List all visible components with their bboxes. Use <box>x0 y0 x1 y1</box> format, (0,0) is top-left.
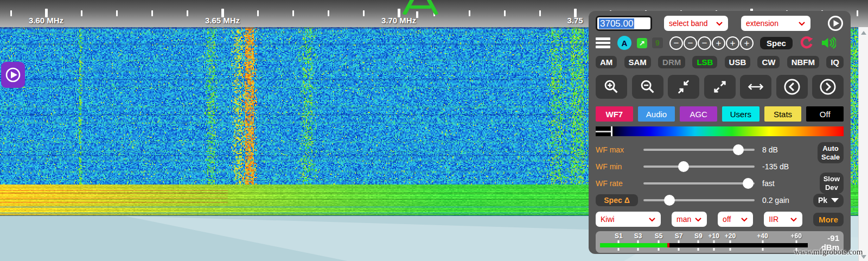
wf-min-slider[interactable] <box>643 165 755 168</box>
mode-nbfm[interactable]: NBFM <box>787 56 819 68</box>
external-link-icon[interactable]: ↗ <box>637 38 647 48</box>
slider-thumb[interactable] <box>733 144 744 155</box>
tab-users[interactable]: Users <box>722 106 760 122</box>
zoom-converge-button[interactable] <box>668 75 699 99</box>
auto-scale-button[interactable]: Auto Scale <box>818 142 844 163</box>
menu-icon[interactable] <box>596 37 610 48</box>
frequency-input[interactable]: 3705.00 <box>596 16 652 31</box>
autoscale-a-button[interactable]: A <box>617 36 631 50</box>
peak-button[interactable]: Pk <box>813 194 844 207</box>
page-scrollbar[interactable] <box>858 27 868 261</box>
watermark: www.mfgrobots.com <box>794 247 863 257</box>
spec-delta-button[interactable]: Spec Δ <box>596 194 638 206</box>
spec-button[interactable]: Spec <box>760 37 793 49</box>
wf-max-label: WF max <box>596 145 643 154</box>
slow-dev-button[interactable]: Slow Dev <box>820 173 844 194</box>
chevron-down-icon <box>741 217 748 222</box>
waterfall-colormap[interactable] <box>596 126 844 136</box>
speaker-icon[interactable] <box>821 36 836 49</box>
chevron-down-icon <box>716 21 723 26</box>
refresh-icon[interactable] <box>800 36 814 50</box>
band-select[interactable]: select band <box>664 16 728 31</box>
mode-lsb[interactable]: LSB <box>692 56 717 68</box>
tab-wf[interactable]: WF7 <box>596 106 633 122</box>
zoom-toolbar <box>596 75 844 99</box>
option-selects: Kiwi man off IIR More <box>596 212 844 227</box>
extension-play-button[interactable] <box>827 15 844 31</box>
page-left-button[interactable] <box>776 75 808 99</box>
filter-select[interactable]: IIR <box>764 212 802 227</box>
wf-min-label: WF min <box>596 162 643 171</box>
colormap-level-line <box>596 131 611 132</box>
colormap-marker[interactable] <box>611 126 612 136</box>
zoom-in-button[interactable]: + <box>740 36 754 50</box>
chevron-down-icon <box>831 198 839 202</box>
tab-audio[interactable]: Audio <box>638 106 675 122</box>
wf-rate-slider[interactable] <box>643 182 755 184</box>
scroll-up-icon[interactable] <box>861 31 866 35</box>
s-meter-scale: S1S3S5S7S9+10+20+40+60 <box>600 232 811 252</box>
waterfall-sliders: WF max 8 dB WF min -135 dB WF rate fast … <box>596 141 844 208</box>
mode-am[interactable]: AM <box>596 56 617 68</box>
zoom-in-button[interactable]: + <box>712 36 725 50</box>
mode-iq[interactable]: IQ <box>826 56 844 68</box>
frequency-value: 3705.00 <box>599 18 634 29</box>
chevron-down-icon <box>798 21 806 26</box>
noise-blanker-select[interactable]: off <box>718 212 753 227</box>
passband-width-button[interactable] <box>740 75 771 99</box>
tab-agc[interactable]: AGC <box>680 106 717 122</box>
slider-thumb[interactable] <box>743 178 754 189</box>
mode-drm[interactable]: DRM <box>658 56 685 68</box>
play-icon <box>4 66 22 84</box>
colormap-select[interactable]: Kiwi <box>596 212 661 227</box>
wf-max-value: 8 dB <box>762 145 778 154</box>
spec-gain-value: 0.2 gain <box>762 196 789 205</box>
wf-max-slider[interactable] <box>643 149 755 151</box>
mode-cw[interactable]: CW <box>757 56 780 68</box>
panel-tabs: WF7 Audio AGC Users Stats Off <box>596 106 844 122</box>
play-icon <box>827 15 844 31</box>
spec-gain-slider[interactable] <box>643 199 755 201</box>
waterfall-play-button[interactable] <box>1 62 25 88</box>
passband-marker-icon[interactable] <box>401 0 439 15</box>
zoom-level-badge: 9 <box>652 37 663 48</box>
zoom-out-button[interactable]: − <box>669 36 683 50</box>
tab-off[interactable]: Off <box>806 106 844 122</box>
wf-rate-value: fast <box>762 179 775 188</box>
mode-buttons: AM SAM DRM LSB USB CW NBFM IQ <box>596 54 844 69</box>
s-meter-bar <box>600 243 808 247</box>
chevron-down-icon <box>694 217 702 222</box>
wf-min-value: -135 dB <box>762 162 789 171</box>
zoom-step-buttons: − − − + + + <box>669 36 754 50</box>
mode-usb[interactable]: USB <box>725 56 751 68</box>
slider-thumb[interactable] <box>678 161 689 172</box>
more-button[interactable]: More <box>813 213 844 226</box>
zoom-in-magnifier-button[interactable] <box>596 75 627 99</box>
extension-select[interactable]: extension <box>741 16 810 31</box>
kiwisdr-app: 3.60 MHz3.65 MHz3.70 MHz3.75 3705.00 sel… <box>0 0 868 261</box>
zoom-out-button[interactable]: − <box>698 36 711 50</box>
chevron-down-icon <box>648 217 656 222</box>
chevron-down-icon <box>790 217 797 222</box>
s-meter-peak <box>667 243 669 247</box>
zoom-out-magnifier-button[interactable] <box>632 75 663 99</box>
agc-mode-select[interactable]: man <box>672 212 707 227</box>
slider-thumb[interactable] <box>664 195 675 206</box>
s-meter-level <box>600 243 668 247</box>
mode-sam[interactable]: SAM <box>624 56 651 68</box>
control-panel: 3705.00 select band extension <box>589 11 851 254</box>
zoom-diverge-button[interactable] <box>704 75 736 99</box>
page-right-button[interactable] <box>812 75 844 99</box>
tab-stats[interactable]: Stats <box>764 106 802 122</box>
zoom-out-button[interactable]: − <box>684 36 697 50</box>
wf-rate-label: WF rate <box>596 179 643 188</box>
zoom-in-button[interactable]: + <box>726 36 739 50</box>
